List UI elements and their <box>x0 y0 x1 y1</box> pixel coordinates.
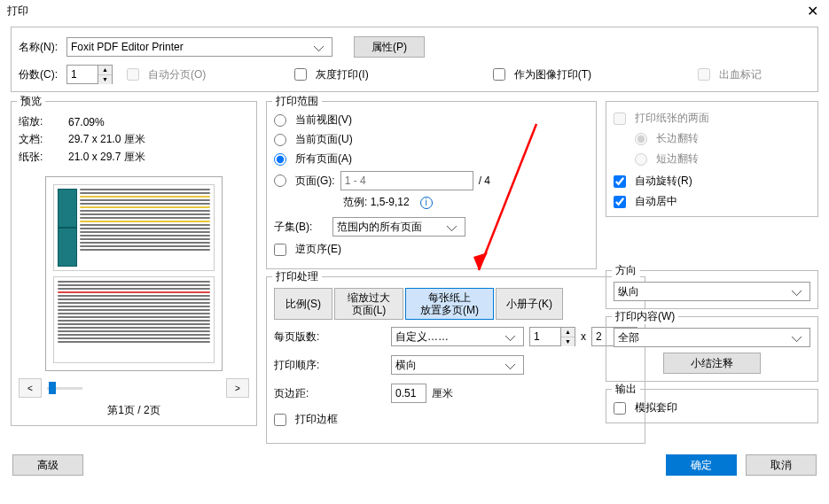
properties-button[interactable]: 属性(P) <box>354 36 425 58</box>
copies-label: 份数(C): <box>19 67 58 82</box>
range-pages-total: / 4 <box>479 174 490 187</box>
output-title: 输出 <box>612 382 640 397</box>
advanced-button[interactable]: 高级 <box>12 454 83 476</box>
tab-scale[interactable]: 比例(S) <box>274 288 332 320</box>
print-handling-group: 打印处理 比例(S) 缩放过大 页面(L) 每张纸上 放置多页(M) 小册子(K… <box>266 276 645 444</box>
tab-booklet[interactable]: 小册子(K) <box>496 288 563 320</box>
print-range-title: 打印范围 <box>272 94 322 109</box>
simulate-overprint-checkbox[interactable] <box>614 402 626 415</box>
output-group: 输出 模拟套印 <box>606 389 818 423</box>
spinner-down-icon[interactable]: ▼ <box>98 75 112 84</box>
auto-center-label: 自动居中 <box>635 194 677 209</box>
spinner-down-icon[interactable]: ▼ <box>561 337 575 346</box>
range-pages-label: 页面(G): <box>295 174 335 189</box>
range-all-pages-radio[interactable] <box>274 153 286 166</box>
reverse-order-checkbox[interactable] <box>274 244 286 256</box>
range-pages-input[interactable] <box>340 171 473 190</box>
both-sides-label: 打印纸张的两面 <box>635 111 709 126</box>
range-all-pages-label: 所有页面(A) <box>295 151 352 167</box>
orientation-group: 方向 纵向 <box>606 270 818 309</box>
orientation-title: 方向 <box>612 263 640 278</box>
page-slider[interactable] <box>47 387 82 390</box>
simulate-overprint-label: 模拟套印 <box>635 400 677 415</box>
auto-rotate-label: 自动旋转(R) <box>635 174 692 189</box>
zoom-label: 缩放: <box>19 114 63 129</box>
grayscale-checkbox[interactable] <box>294 68 307 81</box>
close-icon[interactable]: ✕ <box>803 3 822 19</box>
both-sides-checkbox <box>614 112 626 125</box>
ok-button[interactable]: 确定 <box>666 454 737 476</box>
grayscale-label: 灰度打印(I) <box>316 67 368 82</box>
cols-input[interactable] <box>530 328 560 345</box>
margin-label: 页边距: <box>274 386 336 401</box>
long-edge-label: 长边翻转 <box>656 131 699 146</box>
short-edge-radio <box>635 153 647 166</box>
range-current-page-label: 当前页面(U) <box>295 132 353 147</box>
copies-spinner[interactable]: ▲▼ <box>66 65 113 84</box>
paper-value: 21.0 x 29.7 厘米 <box>68 150 145 165</box>
preview-group: 预览 缩放:67.09% 文档:29.7 x 21.0 厘米 纸张:21.0 x… <box>11 101 257 426</box>
auto-center-checkbox[interactable] <box>614 196 626 208</box>
spinner-up-icon[interactable]: ▲ <box>561 328 575 337</box>
tab-multi-page[interactable]: 每张纸上 放置多页(M) <box>405 288 494 320</box>
printer-group: 名称(N): Foxit PDF Editor Printer 属性(P) 份数… <box>11 27 818 92</box>
as-image-label: 作为图像打印(T) <box>514 67 591 82</box>
subset-label: 子集(B): <box>274 220 327 235</box>
page-indicator: 第1页 / 2页 <box>19 403 249 418</box>
collate-label: 自动分页(O) <box>148 67 206 82</box>
paper-label: 纸张: <box>19 150 63 165</box>
collate-checkbox <box>127 68 139 81</box>
auto-rotate-checkbox[interactable] <box>614 175 626 188</box>
short-edge-label: 短边翻转 <box>656 151 699 167</box>
x-label: x <box>581 330 586 343</box>
long-edge-radio <box>635 133 647 145</box>
margin-input[interactable] <box>391 384 426 403</box>
range-example-label: 范例: 1,5-9,12 <box>343 195 410 210</box>
copies-input[interactable] <box>67 66 98 83</box>
prev-page-button[interactable]: < <box>19 378 42 398</box>
preview-canvas <box>45 176 223 371</box>
spinner-up-icon[interactable]: ▲ <box>98 66 112 75</box>
bleed-label: 出血标记 <box>719 67 762 82</box>
print-content-title: 打印内容(W) <box>612 309 678 324</box>
doc-value: 29.7 x 21.0 厘米 <box>68 132 145 147</box>
reverse-order-label: 逆页序(E) <box>295 242 341 257</box>
name-label: 名称(N): <box>19 40 58 55</box>
print-content-group: 打印内容(W) 全部 小结注释 <box>606 316 818 382</box>
orientation-select[interactable]: 纵向 <box>614 282 810 301</box>
cols-spinner[interactable]: ▲▼ <box>529 327 575 346</box>
zoom-value: 67.09% <box>68 116 105 128</box>
content-select[interactable]: 全部 <box>614 328 810 347</box>
per-sheet-label: 每页版数: <box>274 330 336 345</box>
duplex-group: 打印纸张的两面 长边翻转 短边翻转 自动旋转(R) 自动居中 <box>606 101 818 217</box>
bleed-checkbox <box>698 68 710 81</box>
info-icon[interactable]: i <box>420 197 433 209</box>
order-label: 打印顺序: <box>274 358 336 373</box>
tab-fit[interactable]: 缩放过大 页面(L) <box>334 288 403 320</box>
next-page-button[interactable]: > <box>226 378 249 398</box>
print-handling-title: 打印处理 <box>272 269 322 284</box>
summarize-comments-button[interactable]: 小结注释 <box>663 353 761 374</box>
range-current-view-label: 当前视图(V) <box>295 112 352 128</box>
dialog-title: 打印 <box>7 4 28 19</box>
printer-select[interactable]: Foxit PDF Editor Printer <box>66 37 332 57</box>
range-pages-radio[interactable] <box>274 174 286 187</box>
preview-title: 预览 <box>17 94 45 109</box>
subset-select[interactable]: 范围内的所有页面 <box>332 217 465 236</box>
order-select[interactable]: 横向 <box>391 355 524 375</box>
per-sheet-select[interactable]: 自定义…… <box>391 327 524 346</box>
print-border-checkbox[interactable] <box>274 414 286 426</box>
cancel-button[interactable]: 取消 <box>746 454 817 476</box>
as-image-checkbox[interactable] <box>493 68 505 81</box>
print-border-label: 打印边框 <box>295 412 338 427</box>
margin-unit-label: 厘米 <box>432 386 453 401</box>
print-range-group: 打印范围 当前视图(V) 当前页面(U) 所有页面(A) 页面(G): / 4 … <box>266 101 597 269</box>
doc-label: 文档: <box>19 132 63 147</box>
range-current-page-radio[interactable] <box>274 134 286 146</box>
range-current-view-radio[interactable] <box>274 114 286 127</box>
